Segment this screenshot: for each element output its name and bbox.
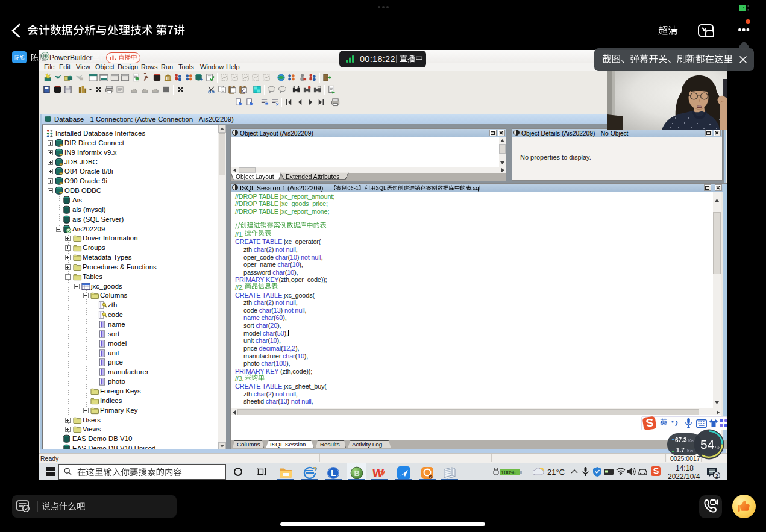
- svg-text:67.3: 67.3: [675, 437, 687, 443]
- svg-text:54: 54: [700, 437, 715, 451]
- svg-text:K/s: K/s: [687, 449, 694, 453]
- svg-text:B: B: [354, 469, 360, 478]
- svg-text:L: L: [331, 468, 336, 478]
- svg-text:%: %: [715, 445, 720, 451]
- svg-text:W: W: [372, 466, 385, 480]
- svg-text:2: 2: [715, 473, 718, 479]
- svg-text:100%: 100%: [501, 469, 516, 475]
- svg-text:1.7: 1.7: [676, 447, 685, 454]
